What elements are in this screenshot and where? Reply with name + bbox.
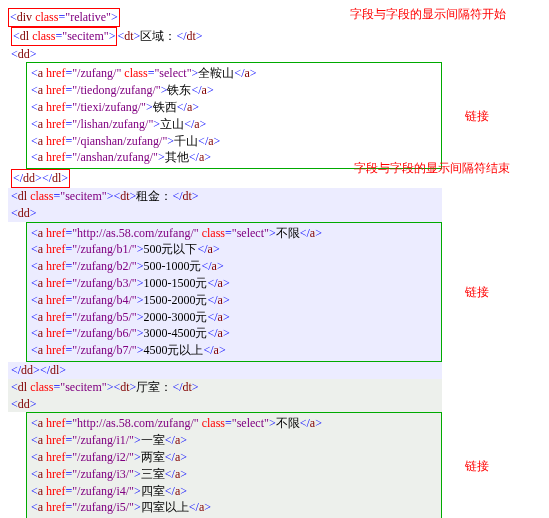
link-group-box: <a href="/zufang/" class="select">全鞍山</a…: [26, 62, 442, 169]
code-line: <dd>: [8, 396, 442, 413]
code-link-line: <a href="/zufang/b7/">4500元以上</a>: [31, 342, 437, 359]
code-link-line: <a href="/zufang/i4/">四室</a>: [31, 483, 437, 500]
code-link-line: <a href="http://as.58.com/zufang/" class…: [31, 415, 437, 432]
link-group-box: <a href="http://as.58.com/zufang/" class…: [26, 412, 442, 518]
highlight-dd-dl-close: </dd></dl>: [11, 169, 70, 188]
code-link-line: <a href="/tiexi/zufang/">铁西</a>: [31, 99, 437, 116]
code-line: <dl class="secitem"><dt>厅室：</dt>: [8, 379, 442, 396]
anno-link-label: 链接: [465, 284, 489, 301]
code-link-line: <a href="/zufang/b5/">2000-3000元</a>: [31, 309, 437, 326]
code-link-line: <a href="/zufang/b2/">500-1000元</a>: [31, 258, 437, 275]
anno-link-label: 链接: [465, 108, 489, 125]
code-link-line: <a href="/zufang/b3/">1000-1500元</a>: [31, 275, 437, 292]
code-link-line: <a href="/zufang/i2/">两室</a>: [31, 449, 437, 466]
code-link-line: <a href="/zufang/b4/">1500-2000元</a>: [31, 292, 437, 309]
code-link-line: <a href="/zufang/i5/">四室以上</a>: [31, 499, 437, 516]
anno-link-label: 链接: [465, 458, 489, 475]
anno-separator-start: 字段与字段的显示间隔符开始: [350, 6, 506, 23]
code-link-line: <a href="/zufang/i3/">三室</a>: [31, 466, 437, 483]
code-link-line: <a href="/zufang/b6/">3000-4500元</a>: [31, 325, 437, 342]
code-line: <dd>: [8, 46, 442, 63]
link-group-box: <a href="http://as.58.com/zufang/" class…: [26, 222, 442, 362]
code-link-line: <a href="/zufang/i1/">一室</a>: [31, 432, 437, 449]
code-link-line: <a href="/tiedong/zufang/">铁东</a>: [31, 82, 437, 99]
highlight-div-open: <div class="relative">: [8, 8, 120, 27]
code-link-line: <a href="/zufang/" class="select">全鞍山</a…: [31, 65, 437, 82]
code-line: <dl class="secitem"><dt>租金：</dt>: [8, 188, 442, 205]
code-line: <dl class="secitem"><dt>区域：</dt>: [8, 27, 442, 46]
code-link-line: <a href="http://as.58.com/zufang/" class…: [31, 225, 437, 242]
code-link-line: <a href="/qianshan/zufang/">千山</a>: [31, 133, 437, 150]
code-link-line: <a href="/zufang/b1/">500元以下</a>: [31, 241, 437, 258]
highlight-dl-open: <dl class="secitem">: [11, 27, 117, 46]
code-link-line: <a href="/lishan/zufang/">立山</a>: [31, 116, 437, 133]
anno-separator-end: 字段与字段的显示间隔符结束: [354, 160, 510, 177]
code-line: <dd>: [8, 205, 442, 222]
code-line: </dd></dl>: [8, 362, 442, 379]
